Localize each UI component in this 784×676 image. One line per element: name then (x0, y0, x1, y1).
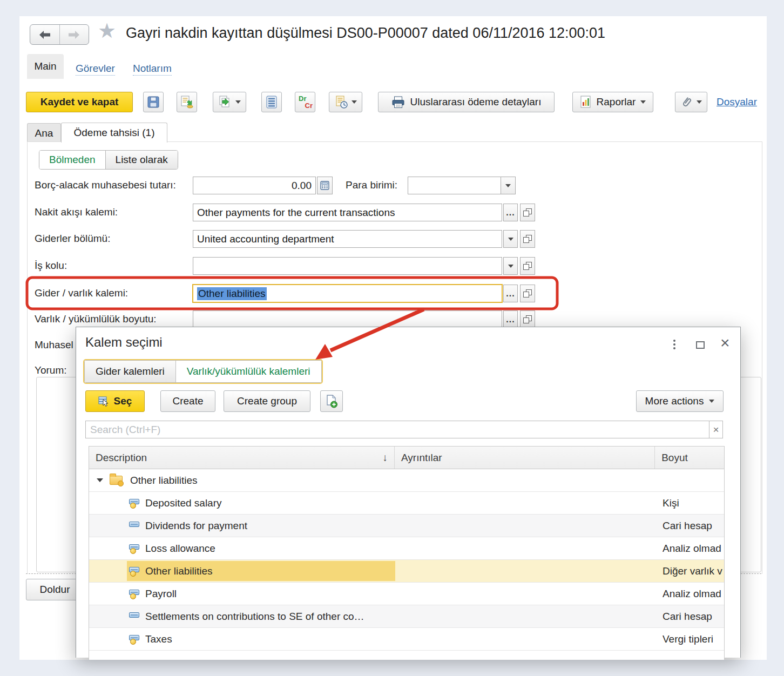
reports-button[interactable]: Raporlar (572, 92, 653, 112)
more-actions-label: More actions (645, 395, 704, 407)
column-ayrintilar[interactable]: Ayrıntılar (395, 447, 655, 469)
asset-liability-dimension-choose-button[interactable]: ... (503, 310, 518, 328)
dialog-title: Kalem seçimi (85, 335, 163, 350)
floppy-disk-icon (147, 96, 160, 109)
column-description[interactable]: Description ↓ (89, 447, 395, 469)
files-link[interactable]: Dosyalar (717, 96, 757, 108)
intl-payment-details-button[interactable]: Uluslararası ödeme detayları (378, 92, 555, 112)
forward-button[interactable] (60, 25, 89, 44)
open-icon (523, 262, 532, 270)
dialog-menu-button[interactable] (673, 340, 675, 342)
amount-label: Borç-alacak muhasebesi tutarı: (35, 179, 176, 191)
open-icon (523, 208, 532, 217)
expense-asset-item-input[interactable]: Other liabilities (193, 285, 502, 302)
collapse-triangle-icon[interactable] (97, 478, 103, 482)
currency-dropdown-button[interactable] (501, 177, 516, 194)
expenses-department-label: Giderler bölümü: (35, 233, 110, 245)
intl-payment-details-label: Uluslararası ödeme detayları (410, 96, 542, 108)
printer-icon (391, 96, 405, 109)
cash-flow-item-choose-button[interactable]: ... (503, 204, 518, 221)
tab-varlik-yukumluluk-kalemleri[interactable]: Varlık/yükümlülük kalemleri (175, 361, 321, 382)
new-item-button[interactable] (320, 390, 343, 412)
save-and-close-button[interactable]: Kaydet ve kapat (26, 92, 133, 112)
application-root: ★ Gayri nakdin kayıttan düşülmesi DS00-P… (0, 0, 784, 676)
item-with-dimension-icon (129, 566, 141, 576)
tab-gider-kalemleri[interactable]: Gider kalemleri (85, 361, 175, 382)
item-with-dimension-icon (129, 498, 141, 508)
document-clock-icon (334, 95, 348, 109)
accounting-label: Muhasel (35, 339, 73, 351)
folder-icon (110, 476, 123, 485)
arrow-left-icon (38, 30, 51, 39)
calculator-button[interactable] (317, 177, 333, 194)
document-history-button[interactable] (329, 92, 362, 112)
open-icon (523, 315, 532, 323)
register-records-button[interactable] (261, 92, 282, 112)
table-header: Description ↓ Ayrıntılar Boyut (89, 447, 724, 469)
nav-tab-notlarim[interactable]: Notlarım (133, 63, 172, 76)
expense-asset-item-choose-button[interactable]: ... (503, 285, 518, 302)
table-row[interactable]: Settlements on contributions to SE of ot… (89, 605, 724, 628)
kebab-menu-icon (673, 340, 675, 342)
table-row-folder[interactable]: Other liabilities (89, 469, 724, 492)
back-button[interactable] (30, 25, 60, 44)
arrow-right-icon (67, 30, 80, 39)
dropdown-arrow-icon (709, 400, 714, 403)
table-row[interactable]: Loss allowance Analiz olmad (89, 537, 724, 560)
dialog-close-button[interactable]: × (720, 335, 730, 351)
column-boyut[interactable]: Boyut (655, 447, 724, 469)
business-line-open-button[interactable] (520, 257, 535, 275)
more-actions-button[interactable]: More actions (636, 390, 724, 412)
maximize-icon (696, 341, 705, 349)
table-row-selected[interactable]: Other liabilities Diğer varlık v (89, 560, 724, 583)
table-row[interactable]: Payroll Analiz olmad (89, 583, 724, 605)
asset-liability-dimension-open-button[interactable] (520, 310, 535, 328)
search-input[interactable] (85, 421, 709, 438)
post-and-close-button[interactable] (213, 92, 246, 112)
create-group-button[interactable]: Create group (224, 390, 310, 412)
attachments-button[interactable] (675, 92, 707, 112)
nav-tab-gorevler[interactable]: Görevler (76, 63, 115, 76)
cash-flow-item-open-button[interactable] (520, 204, 535, 221)
save-button[interactable] (143, 92, 164, 112)
expense-asset-item-open-button[interactable] (520, 285, 535, 302)
favorite-star-icon[interactable]: ★ (98, 21, 116, 41)
item-with-dimension-icon (129, 544, 141, 553)
nav-tab-main[interactable]: Main (27, 54, 64, 79)
post-document-button[interactable] (177, 92, 197, 112)
dropdown-arrow-icon (508, 265, 513, 268)
view-toggle: Bölmeden Liste olarak (39, 150, 178, 170)
select-button[interactable]: Seç (85, 390, 145, 412)
toggle-liste-olarak[interactable]: Liste olarak (105, 151, 178, 169)
table-row[interactable]: Dividends for payment Cari hesap (89, 515, 724, 537)
item-with-dimension-icon (129, 634, 141, 644)
items-table: Description ↓ Ayrıntılar Boyut Other lia… (89, 446, 725, 660)
expenses-department-dropdown-button[interactable] (503, 230, 518, 248)
post-copy-icon (218, 95, 232, 109)
tab-odeme-tahsisi[interactable]: Ödeme tahsisi (1) (61, 123, 167, 143)
amount-input[interactable] (193, 177, 316, 194)
open-icon (523, 235, 532, 243)
cash-flow-item-input[interactable]: Other payments for the current transacti… (193, 204, 502, 221)
asset-liability-dimension-label: Varlık / yükümlülük boyutu: (35, 313, 157, 325)
tab-ana[interactable]: Ana (27, 123, 61, 143)
dropdown-arrow-icon (697, 100, 702, 104)
expenses-department-open-button[interactable] (520, 230, 535, 248)
asset-liability-dimension-input[interactable] (193, 310, 502, 328)
dialog-maximize-button[interactable] (696, 341, 705, 349)
dr-cr-button[interactable]: Dr Cr (295, 92, 315, 112)
dropdown-arrow-icon (352, 100, 357, 104)
currency-select[interactable] (408, 177, 501, 194)
fill-button[interactable]: Doldur (26, 579, 84, 600)
business-line-dropdown-button[interactable] (503, 257, 518, 275)
table-row[interactable]: Deposited salary Kişi (89, 492, 724, 515)
create-button[interactable]: Create (160, 390, 215, 412)
business-line-select[interactable] (193, 257, 502, 275)
expenses-department-select[interactable]: United accounting department (193, 230, 502, 248)
expense-asset-item-label: Gider / varlık kalemi: (35, 287, 128, 299)
search-clear-button[interactable]: × (709, 421, 723, 438)
table-row[interactable]: Taxes Vergi tipleri (89, 628, 724, 651)
table-row-empty (89, 651, 724, 660)
toggle-bolmeden[interactable]: Bölmeden (39, 151, 105, 169)
business-line-label: İş kolu: (35, 260, 67, 272)
